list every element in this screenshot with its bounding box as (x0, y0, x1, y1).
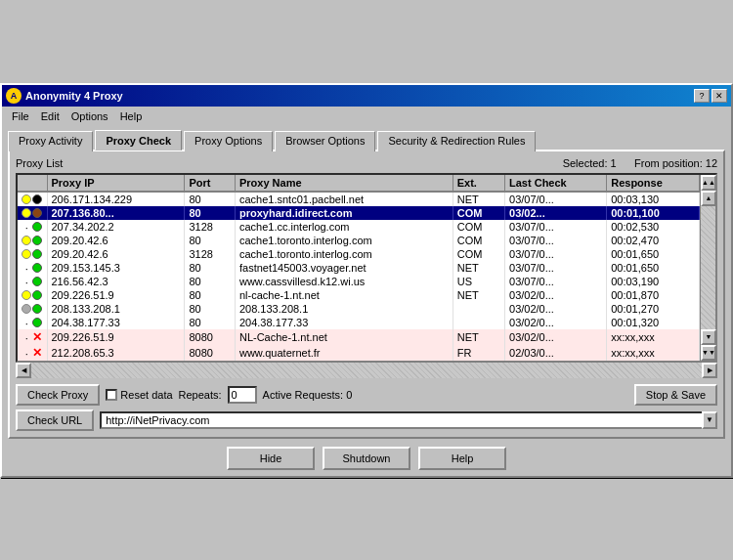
row-lastcheck: 03/07/0... (505, 247, 607, 261)
icon1-empty: · (22, 222, 31, 232)
bottom-controls: Check Proxy Reset data Repeats: Active R… (16, 384, 717, 431)
row-ip: 208.133.208.1 (47, 302, 185, 316)
col-header-icons (18, 175, 47, 192)
help-button[interactable]: ? (694, 89, 710, 103)
table-row[interactable]: ·207.34.202.23128cache1.cc.interlog.comC… (18, 220, 700, 234)
icon-pair (22, 208, 43, 218)
table-row[interactable]: 209.20.42.63128cache1.toronto.interlog.c… (18, 247, 700, 261)
menu-edit[interactable]: Edit (35, 108, 65, 124)
title-bar: A Anonymity 4 Proxy ? ✕ (2, 85, 731, 107)
row-ip: 204.38.177.33 (47, 316, 185, 329)
tab-content: Proxy List Selected: 1 From position: 12… (8, 150, 725, 439)
icon-pair: · (22, 263, 43, 273)
row-ext: COM (453, 247, 504, 261)
icon-pair: ·✕ (22, 346, 43, 360)
title-bar-left: A Anonymity 4 Proxy (6, 88, 123, 104)
menu-help[interactable]: Help (114, 108, 149, 124)
close-button[interactable]: ✕ (711, 89, 727, 103)
row-icons (18, 247, 47, 261)
icon1-empty: · (22, 318, 31, 327)
row-port: 3128 (185, 247, 236, 261)
scroll-up[interactable]: ▲ (701, 191, 716, 206)
icon-pair (22, 194, 43, 204)
table-row[interactable]: 209.226.51.980nl-cache-1.nt.netNET03/02/… (18, 288, 700, 302)
icon1-yellow (22, 208, 31, 218)
check-url-button[interactable]: Check URL (16, 409, 94, 431)
row-ip: 209.153.145.3 (47, 261, 185, 275)
row-icons: · (18, 220, 47, 234)
row-ip: 212.208.65.3 (47, 345, 185, 361)
table-scroll-area[interactable]: Proxy IP Port Proxy Name Ext. Last Check… (18, 175, 700, 361)
row-response: 00:01,320 (607, 316, 700, 329)
help-footer-button[interactable]: Help (418, 447, 506, 470)
icon1-yellow (22, 236, 31, 245)
row-response: xx:xx,xxx (607, 329, 700, 345)
scroll-track[interactable] (701, 206, 715, 329)
row-response: 00:03,130 (607, 192, 700, 206)
table-row[interactable]: ·204.38.177.3380204.38.177.3303/02/0...0… (18, 316, 700, 329)
row-icons (18, 288, 47, 302)
row-port: 80 (185, 275, 236, 288)
repeats-input[interactable] (228, 386, 257, 404)
table-row[interactable]: 208.133.208.180208.133.208.103/02/0...00… (18, 302, 700, 316)
stop-save-button[interactable]: Stop & Save (634, 384, 717, 406)
table-row[interactable]: 209.20.42.680cache1.toronto.interlog.com… (18, 234, 700, 247)
scroll-right[interactable]: ▶ (702, 363, 717, 378)
table-row[interactable]: ·216.56.42.380www.cassvillesd.k12.wi.usU… (18, 275, 700, 288)
table-row[interactable]: 206.171.134.22980cache1.sntc01.pacbell.n… (18, 192, 700, 206)
row-name: www.cassvillesd.k12.wi.us (235, 275, 453, 288)
row-icons: · (18, 316, 47, 329)
url-dropdown-button[interactable]: ▼ (702, 411, 717, 429)
row-name: cache1.toronto.interlog.com (235, 247, 453, 261)
row-ip: 207.136.80... (47, 206, 185, 220)
selected-label: Selected: 1 (563, 157, 617, 169)
horizontal-scrollbar[interactable]: ◀ ▶ (16, 363, 717, 378)
col-header-ip[interactable]: Proxy IP (47, 175, 185, 192)
col-header-ext[interactable]: Ext. (453, 175, 504, 192)
row-port: 80 (185, 206, 236, 220)
col-header-response[interactable]: Response (607, 175, 700, 192)
table-row[interactable]: ·✕209.226.51.98080NL-Cache-1.nt.netNET03… (18, 329, 700, 345)
menu-options[interactable]: Options (65, 108, 114, 124)
url-input[interactable] (100, 411, 702, 429)
scroll-up-top[interactable]: ▲▲ (701, 175, 716, 191)
tab-proxy-options[interactable]: Proxy Options (184, 131, 273, 151)
row-ip: 209.226.51.9 (47, 288, 185, 302)
h-scroll-track[interactable] (31, 363, 702, 378)
table-row[interactable]: ·✕212.208.65.38080www.quaternet.frFR02/0… (18, 345, 700, 361)
tab-browser-options[interactable]: Browser Options (275, 131, 375, 151)
icon1-empty: · (22, 277, 31, 286)
menu-file[interactable]: File (6, 108, 35, 124)
reset-data-label: Reset data (106, 389, 172, 401)
row-lastcheck: 03/02/0... (505, 302, 607, 316)
row-ext (453, 302, 504, 316)
icon2-x: ✕ (32, 330, 42, 344)
table-row[interactable]: ·209.153.145.380fastnet145003.voyager.ne… (18, 261, 700, 275)
vertical-scrollbar[interactable]: ▲▲ ▲ ▼ ▼▼ (700, 175, 715, 361)
table-row[interactable]: 207.136.80...80proxyhard.idirect.comCOM0… (18, 206, 700, 220)
proxy-list-label: Proxy List (16, 157, 63, 169)
scroll-down[interactable]: ▼ (701, 329, 716, 345)
row-name: cache1.toronto.interlog.com (235, 234, 453, 247)
icon-pair: · (22, 318, 43, 327)
hide-button[interactable]: Hide (227, 447, 315, 470)
row-ext: US (453, 275, 504, 288)
row-icons (18, 234, 47, 247)
check-proxy-button[interactable]: Check Proxy (16, 384, 100, 406)
title-controls: ? ✕ (694, 89, 727, 103)
reset-data-checkbox[interactable] (106, 389, 117, 401)
col-header-port[interactable]: Port (185, 175, 236, 192)
tab-proxy-check[interactable]: Proxy Check (95, 130, 182, 151)
col-header-lastcheck[interactable]: Last Check (505, 175, 607, 192)
row-ip: 209.20.42.6 (47, 247, 185, 261)
shutdown-button[interactable]: Shutdown (323, 447, 410, 470)
tab-proxy-activity[interactable]: Proxy Activity (8, 131, 93, 151)
row-icons: · (18, 261, 47, 275)
tab-security[interactable]: Security & Redirection Rules (377, 131, 536, 151)
proxy-table: Proxy IP Port Proxy Name Ext. Last Check… (18, 175, 700, 361)
row-port: 3128 (185, 220, 236, 234)
scroll-left[interactable]: ◀ (16, 363, 31, 378)
tab-security-label: Security & Redirection Rules (388, 135, 525, 147)
col-header-name[interactable]: Proxy Name (235, 175, 453, 192)
scroll-down-bottom[interactable]: ▼▼ (701, 345, 716, 361)
